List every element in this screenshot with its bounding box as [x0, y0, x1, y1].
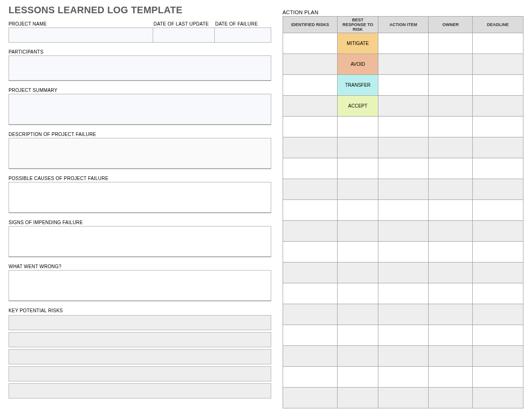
cell-best-response[interactable] — [338, 242, 378, 262]
cell-action-item[interactable] — [378, 75, 429, 96]
cell-owner[interactable] — [429, 75, 473, 96]
cell-deadline[interactable] — [473, 117, 523, 137]
cell-deadline[interactable] — [473, 179, 523, 200]
cell-identified-risk[interactable] — [283, 367, 338, 388]
cell-best-response[interactable] — [338, 179, 378, 200]
possible-causes-field[interactable] — [9, 182, 271, 213]
cell-owner[interactable] — [429, 96, 473, 117]
cell-deadline[interactable] — [473, 33, 523, 54]
cell-best-response[interactable] — [338, 304, 378, 325]
participants-field[interactable] — [9, 55, 271, 81]
cell-identified-risk[interactable] — [283, 179, 338, 200]
cell-identified-risk[interactable] — [283, 325, 338, 346]
cell-action-item[interactable] — [378, 158, 429, 179]
cell-owner[interactable] — [429, 242, 473, 262]
cell-identified-risk[interactable] — [283, 33, 338, 54]
cell-owner[interactable] — [429, 367, 473, 388]
cell-identified-risk[interactable] — [283, 221, 338, 242]
cell-deadline[interactable] — [473, 75, 523, 96]
cell-deadline[interactable] — [473, 262, 523, 283]
cell-action-item[interactable] — [378, 33, 429, 54]
cell-owner[interactable] — [429, 158, 473, 179]
cell-action-item[interactable] — [378, 367, 429, 388]
cell-identified-risk[interactable] — [283, 262, 338, 283]
key-risk-row[interactable] — [9, 349, 271, 364]
cell-identified-risk[interactable] — [283, 137, 338, 158]
cell-action-item[interactable] — [378, 283, 429, 304]
cell-owner[interactable] — [429, 200, 473, 221]
cell-deadline[interactable] — [473, 158, 523, 179]
cell-deadline[interactable] — [473, 283, 523, 304]
cell-deadline[interactable] — [473, 304, 523, 325]
description-failure-field[interactable] — [9, 138, 271, 169]
cell-identified-risk[interactable] — [283, 117, 338, 137]
project-summary-field[interactable] — [9, 94, 271, 125]
date-failure-field[interactable] — [214, 27, 271, 43]
cell-deadline[interactable] — [473, 221, 523, 242]
cell-owner[interactable] — [429, 262, 473, 283]
cell-action-item[interactable] — [378, 54, 429, 75]
cell-best-response[interactable]: MITIGATE — [338, 33, 378, 54]
cell-identified-risk[interactable] — [283, 200, 338, 221]
key-risk-row[interactable] — [9, 332, 271, 347]
cell-action-item[interactable] — [378, 221, 429, 242]
cell-action-item[interactable] — [378, 179, 429, 200]
cell-action-item[interactable] — [378, 137, 429, 158]
cell-deadline[interactable] — [473, 346, 523, 367]
cell-identified-risk[interactable] — [283, 304, 338, 325]
cell-owner[interactable] — [429, 304, 473, 325]
cell-action-item[interactable] — [378, 304, 429, 325]
cell-best-response[interactable]: TRANSFER — [338, 75, 378, 96]
cell-deadline[interactable] — [473, 54, 523, 75]
what-wrong-field[interactable] — [9, 270, 271, 301]
cell-deadline[interactable] — [473, 388, 523, 408]
cell-owner[interactable] — [429, 346, 473, 367]
key-risk-row[interactable] — [9, 383, 271, 398]
cell-identified-risk[interactable] — [283, 346, 338, 367]
key-risk-row[interactable] — [9, 366, 271, 381]
cell-identified-risk[interactable] — [283, 242, 338, 262]
cell-deadline[interactable] — [473, 325, 523, 346]
cell-deadline[interactable] — [473, 367, 523, 388]
cell-action-item[interactable] — [378, 346, 429, 367]
cell-best-response[interactable] — [338, 221, 378, 242]
cell-action-item[interactable] — [378, 388, 429, 408]
cell-best-response[interactable] — [338, 137, 378, 158]
cell-best-response[interactable]: AVOID — [338, 54, 378, 75]
cell-owner[interactable] — [429, 117, 473, 137]
cell-identified-risk[interactable] — [283, 96, 338, 117]
cell-identified-risk[interactable] — [283, 54, 338, 75]
cell-best-response[interactable] — [338, 200, 378, 221]
key-risk-row[interactable] — [9, 315, 271, 330]
cell-deadline[interactable] — [473, 242, 523, 262]
cell-deadline[interactable] — [473, 96, 523, 117]
cell-action-item[interactable] — [378, 325, 429, 346]
cell-deadline[interactable] — [473, 137, 523, 158]
cell-action-item[interactable] — [378, 242, 429, 262]
cell-best-response[interactable] — [338, 325, 378, 346]
cell-owner[interactable] — [429, 221, 473, 242]
cell-action-item[interactable] — [378, 117, 429, 137]
cell-best-response[interactable] — [338, 367, 378, 388]
project-name-field[interactable] — [9, 27, 153, 43]
cell-owner[interactable] — [429, 283, 473, 304]
cell-owner[interactable] — [429, 33, 473, 54]
cell-best-response[interactable] — [338, 262, 378, 283]
cell-action-item[interactable] — [378, 96, 429, 117]
cell-owner[interactable] — [429, 325, 473, 346]
cell-identified-risk[interactable] — [283, 388, 338, 408]
signs-field[interactable] — [9, 226, 271, 257]
cell-identified-risk[interactable] — [283, 158, 338, 179]
cell-owner[interactable] — [429, 179, 473, 200]
cell-owner[interactable] — [429, 388, 473, 408]
date-last-update-field[interactable] — [153, 27, 214, 43]
cell-deadline[interactable] — [473, 200, 523, 221]
cell-best-response[interactable] — [338, 117, 378, 137]
cell-identified-risk[interactable] — [283, 75, 338, 96]
cell-best-response[interactable] — [338, 158, 378, 179]
cell-best-response[interactable] — [338, 283, 378, 304]
cell-best-response[interactable] — [338, 388, 378, 408]
cell-best-response[interactable] — [338, 346, 378, 367]
cell-owner[interactable] — [429, 137, 473, 158]
cell-best-response[interactable]: ACCEPT — [338, 96, 378, 117]
